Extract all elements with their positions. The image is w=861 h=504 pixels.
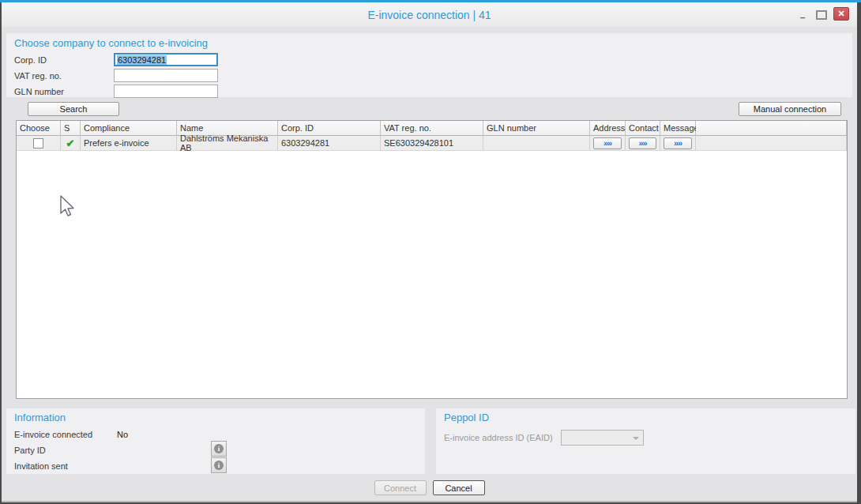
title-bar[interactable]: E-invoice connection | 41 – ✕ [2, 2, 857, 27]
gln-number-row: GLN number [14, 84, 852, 99]
e-invoice-connection-dialog: E-invoice connection | 41 – ✕ Choose com… [2, 0, 857, 502]
column-header-contact[interactable]: Contact [626, 121, 660, 136]
column-header-status[interactable]: S [61, 121, 81, 136]
search-form-heading: Choose company to connect to e-invoicing [6, 33, 852, 52]
peppol-id-heading: Peppol ID [436, 408, 855, 427]
cell-choose [17, 136, 61, 151]
e-invoice-connected-label: E-invoice connected [14, 430, 117, 439]
double-chevron-icon: »» [603, 139, 611, 148]
cell-gln-number [483, 136, 590, 151]
results-table: Choose S Compliance Name Corp. ID VAT re… [16, 120, 848, 399]
party-id-label: Party ID [14, 446, 117, 455]
column-header-address[interactable]: Address [590, 121, 626, 136]
eaid-label: E-invoice address ID (EAID) [444, 433, 561, 442]
invitation-sent-row: Invitation sent i [14, 458, 425, 474]
cancel-button[interactable]: Cancel [433, 480, 485, 495]
corp-id-value: 6303294281 [117, 55, 167, 65]
party-id-info-button[interactable]: i [211, 441, 227, 457]
column-header-message[interactable]: Message [660, 121, 696, 136]
search-button[interactable]: Search [28, 102, 119, 116]
column-header-compliance[interactable]: Compliance [81, 121, 177, 136]
column-header-filler [696, 121, 847, 136]
close-button[interactable]: ✕ [833, 7, 849, 21]
double-chevron-icon: »» [638, 139, 646, 148]
column-header-gln-number[interactable]: GLN number [483, 121, 590, 136]
vat-reg-label: VAT reg. no. [14, 71, 114, 81]
info-icon: i [214, 461, 224, 470]
search-form-panel: Choose company to connect to e-invoicing… [6, 33, 852, 97]
message-button[interactable]: »» [664, 137, 692, 149]
invitation-sent-label: Invitation sent [14, 461, 117, 471]
minimize-icon: – [800, 14, 806, 21]
table-row[interactable]: ✔ Prefers e-invoice Dahlströms Mekaniska… [17, 136, 847, 151]
contact-button[interactable]: »» [629, 137, 656, 149]
invitation-sent-info-button[interactable]: i [211, 457, 227, 473]
party-id-row: Party ID i [14, 442, 425, 458]
chevron-down-icon [633, 437, 639, 440]
window-title: E-invoice connection | 41 [367, 9, 491, 21]
window-accent-line [0, 0, 861, 2]
minimize-button[interactable]: – [795, 8, 810, 21]
info-icon: i [214, 444, 224, 453]
corp-id-row: Corp. ID 6303294281 [14, 52, 852, 67]
e-invoice-connected-row: E-invoice connected No [14, 427, 425, 442]
connect-button[interactable]: Connect [374, 480, 427, 495]
cell-vat-reg-no: SE630329428101 [381, 136, 483, 151]
table-header-row: Choose S Compliance Name Corp. ID VAT re… [17, 121, 847, 136]
cell-message: »» [660, 136, 696, 151]
maximize-button[interactable] [816, 10, 827, 20]
status-check-icon: ✔ [66, 138, 75, 149]
cell-compliance: Prefers e-invoice [81, 136, 177, 151]
cell-corp-id: 6303294281 [278, 136, 381, 151]
e-invoice-connected-value: No [117, 430, 128, 439]
gln-number-input[interactable] [116, 85, 216, 97]
manual-connection-button[interactable]: Manual connection [739, 102, 841, 116]
column-header-choose[interactable]: Choose [17, 121, 61, 136]
eaid-row: E-invoice address ID (EAID) [444, 430, 855, 446]
cell-status: ✔ [61, 136, 81, 151]
choose-checkbox[interactable] [33, 138, 43, 149]
gln-number-input-wrap [114, 85, 218, 98]
peppol-id-panel: Peppol ID E-invoice address ID (EAID) [436, 408, 855, 474]
information-heading: Information [6, 408, 425, 427]
vat-reg-input[interactable] [116, 70, 216, 81]
cell-address: »» [590, 136, 626, 151]
close-icon: ✕ [837, 9, 844, 19]
window-controls: – ✕ [795, 7, 849, 21]
double-chevron-icon: »» [674, 139, 682, 148]
cell-contact: »» [626, 136, 660, 151]
information-panel: Information E-invoice connected No Party… [6, 408, 425, 474]
gln-number-label: GLN number [14, 87, 114, 96]
vat-reg-input-wrap [114, 69, 218, 82]
corp-id-input[interactable]: 6303294281 [114, 53, 218, 66]
cell-filler [696, 136, 847, 151]
address-button[interactable]: »» [593, 137, 622, 149]
column-header-corp-id[interactable]: Corp. ID [278, 121, 381, 136]
footer-buttons: Connect Cancel [2, 480, 857, 495]
column-header-vat-reg-no[interactable]: VAT reg. no. [381, 121, 483, 136]
vat-reg-row: VAT reg. no. [14, 68, 852, 83]
eaid-dropdown[interactable] [561, 430, 644, 446]
cell-name: Dahlströms Mekaniska AB [177, 136, 278, 151]
corp-id-label: Corp. ID [14, 55, 114, 65]
